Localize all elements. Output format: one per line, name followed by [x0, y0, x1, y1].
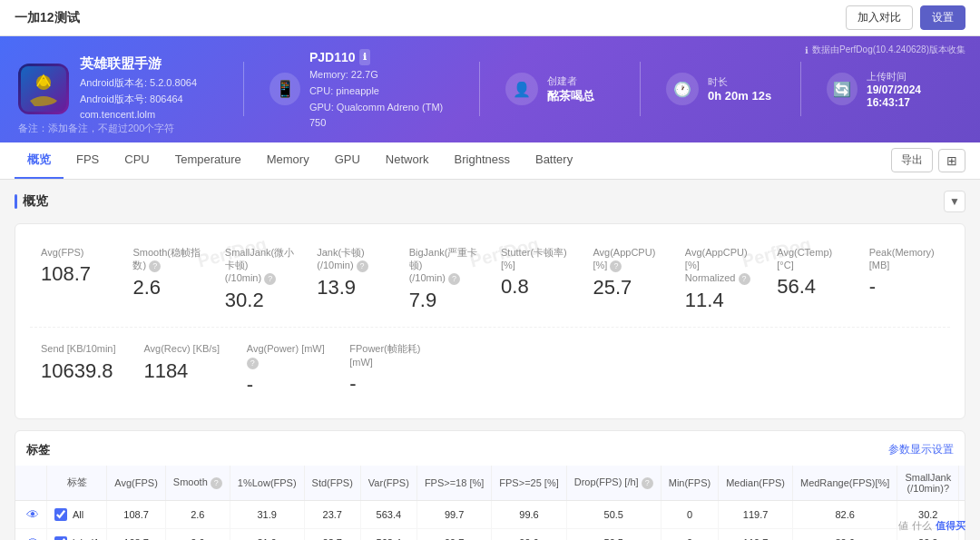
creator-details: 创建者 酩茶喝总: [547, 74, 594, 104]
upload-info: 🔄 上传时间 19/07/2024 16:43:17: [827, 70, 962, 109]
creator-info: 👤 创建者 酩茶喝总: [505, 73, 614, 105]
help-icon-smalljank[interactable]: ?: [264, 273, 276, 285]
compare-button[interactable]: 加入对比: [846, 5, 913, 30]
td-check-all: All: [47, 500, 107, 528]
help-icon-smooth[interactable]: ?: [149, 260, 161, 272]
table-header-row: 标签 Avg(FPS) Smooth ? 1%Low(FPS) Std(FPS)…: [15, 466, 965, 501]
export-icon-button[interactable]: ⊞: [938, 149, 965, 172]
th-smalljank: SmallJank(/10min)?: [897, 466, 959, 501]
stat-ctemp-label: Avg(CTemp)[°C]: [777, 246, 847, 272]
stat-recv: Avg(Recv) [KB/s] 1184: [132, 335, 235, 403]
device-icon: 📱: [270, 73, 300, 105]
duration-value: 0h 20m 12s: [708, 89, 771, 103]
tab-gpu[interactable]: GPU: [322, 143, 373, 177]
tab-overview[interactable]: 概览: [15, 142, 64, 179]
device-info: 📱 PJD110 ℹ Memory: 22.7G CPU: pineapple …: [270, 47, 454, 132]
upload-details: 上传时间 19/07/2024 16:43:17: [867, 70, 962, 109]
settings-link[interactable]: 参数显示设置: [888, 442, 954, 457]
game-info: 英雄联盟手游 Android版本名: 5.2.0.8064 Android版本号…: [18, 55, 218, 123]
stat-recv-value: 1184: [143, 359, 224, 383]
td-1plow-label1: 31.9: [230, 528, 304, 540]
td-var-label1: 563.4: [360, 528, 416, 540]
person-icon: 👤: [505, 73, 538, 105]
help-icon-power[interactable]: ?: [247, 358, 259, 369]
table-row: 👁 label1 108.7 2.6 31.9 23.7 563.4 99.: [15, 528, 965, 540]
th-var: Var(FPS): [360, 466, 416, 501]
tab-network[interactable]: Network: [373, 143, 442, 177]
collapse-button[interactable]: ▼: [944, 191, 965, 212]
upload-icon: 🔄: [827, 73, 858, 105]
top-bar-actions: 加入对比 设置: [846, 5, 965, 30]
td-fps18-all: 99.7: [416, 500, 491, 528]
stats-grid: PerfDog PerfDog PerfDog Avg(FPS) 108.7 S…: [15, 223, 965, 419]
help-icon-appcpu[interactable]: ?: [610, 260, 622, 272]
th-drop: Drop(FPS) [/h] ?: [566, 466, 661, 501]
td-avg-fps-all: 108.7: [107, 500, 165, 528]
td-eye-label1: 👁: [15, 528, 47, 540]
td-fps25-label1: 99.6: [492, 528, 566, 540]
tab-fps[interactable]: FPS: [64, 143, 112, 177]
tab-cpu[interactable]: CPU: [112, 143, 162, 177]
overview-title: 概览: [15, 193, 48, 210]
td-std-label1: 23.7: [304, 528, 360, 540]
device-tag: ℹ: [359, 49, 370, 65]
stat-send-label: Send [KB/10min]: [41, 342, 122, 355]
device-details: PJD110 ℹ Memory: 22.7G CPU: pineapple GP…: [309, 47, 454, 132]
stat-empty: [442, 335, 950, 403]
stat-power: Avg(Power) [mW] ? -: [236, 335, 338, 403]
stat-send: Send [KB/10min] 10639.8: [30, 335, 132, 403]
help-icon-bigjank[interactable]: ?: [448, 273, 460, 285]
th-min: Min(FPS): [661, 466, 718, 501]
table-container[interactable]: 标签 Avg(FPS) Smooth ? 1%Low(FPS) Std(FPS)…: [15, 466, 965, 540]
stat-peak-mem-value: -: [869, 275, 939, 299]
eye-icon-all[interactable]: 👁: [26, 507, 39, 522]
main-content: 概览 ▼ PerfDog PerfDog PerfDog Avg(FPS) 10…: [0, 180, 980, 540]
stat-small-jank-label: SmallJank(微小卡顿)(/10min) ?: [225, 246, 295, 286]
stat-big-jank: BigJank(严重卡顿)(/10min) ? 7.9: [398, 239, 490, 320]
stat-stutter-value: 0.8: [501, 275, 571, 299]
eye-icon-label1[interactable]: 👁: [26, 535, 39, 540]
tab-battery[interactable]: Battery: [523, 143, 585, 177]
header-banner: ℹ 数据由PerfDog(10.4.240628)版本收集 英雄联盟手游: [0, 36, 980, 142]
stats-row-1: Avg(FPS) 108.7 Smooth(稳帧指数) ? 2.6 SmallJ…: [30, 239, 950, 320]
td-eye-all: 👁: [15, 500, 47, 528]
row-all-label[interactable]: All: [54, 508, 99, 521]
stat-app-cpu-norm: Avg(AppCPU) [%]Normalized ? 11.4: [674, 239, 766, 320]
tab-memory[interactable]: Memory: [254, 143, 322, 177]
overview-section-header: 概览 ▼: [15, 191, 965, 212]
labels-section: 标签 参数显示设置 标签 Avg(FPS) Smooth ? 1%Low(FPS…: [15, 430, 965, 540]
stat-jank-value: 13.9: [317, 276, 387, 299]
divider-3: [640, 62, 641, 116]
td-check-label1: label1: [47, 528, 107, 540]
stat-ctemp: Avg(CTemp)[°C] 56.4: [766, 239, 858, 320]
stats-divider: [30, 327, 950, 328]
data-source: ℹ 数据由PerfDog(10.4.240628)版本收集: [805, 44, 965, 56]
device-cpu: CPU: pineapple: [309, 83, 454, 100]
labels-title: 标签: [26, 442, 50, 458]
bottom-brand: 値 什么 值得买: [898, 519, 965, 533]
divider-2: [479, 62, 480, 116]
td-smooth-all: 2.6: [165, 500, 230, 528]
stat-send-value: 10639.8: [41, 359, 122, 383]
stat-app-cpu-norm-label: Avg(AppCPU) [%]Normalized ?: [685, 246, 755, 286]
export-button[interactable]: 导出: [891, 148, 933, 172]
tab-brightness[interactable]: Brightness: [442, 143, 523, 177]
td-median-label1: 119.7: [719, 528, 793, 540]
help-icon-jank[interactable]: ?: [357, 260, 368, 272]
tab-temperature[interactable]: Temperature: [162, 143, 254, 177]
settings-button[interactable]: 设置: [920, 5, 965, 30]
th-jank: Jank(/10min)?: [959, 466, 965, 501]
checkbox-all[interactable]: [54, 508, 67, 521]
row-label1-label[interactable]: label1: [54, 536, 99, 540]
stat-smooth-value: 2.6: [132, 276, 202, 299]
stat-big-jank-label: BigJank(严重卡顿)(/10min) ?: [409, 246, 479, 286]
help-icon-appcpu-norm[interactable]: ?: [739, 273, 750, 285]
android-build: Android版本号: 806464: [80, 92, 197, 108]
stat-fpower: FPower(帧能耗) [mW] -: [338, 335, 441, 403]
checkbox-label1[interactable]: [54, 536, 67, 540]
app-title: 一加12测试: [15, 10, 80, 26]
stat-smooth-label: Smooth(稳帧指数) ?: [132, 246, 202, 272]
table-row: 👁 All 108.7 2.6 31.9 23.7 563.4 99.7: [15, 500, 965, 528]
th-smooth: Smooth ?: [165, 466, 230, 501]
stat-fpower-value: -: [349, 372, 430, 396]
